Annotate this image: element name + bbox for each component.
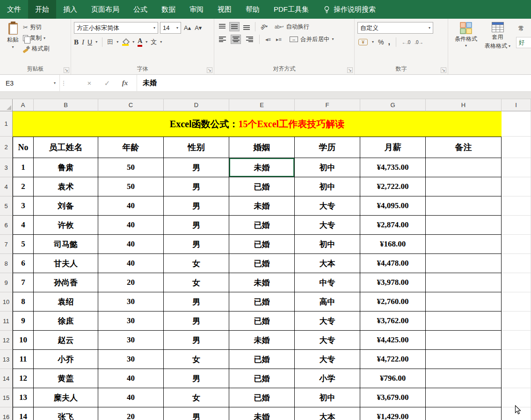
cell-E13[interactable]: 已婚 (229, 350, 295, 369)
phonetic-guide-button[interactable]: 文 (151, 38, 157, 46)
row-header-2[interactable]: 2 (0, 137, 13, 158)
cell-E8[interactable]: 已婚 (229, 254, 295, 273)
cell-C12[interactable]: 30 (98, 331, 164, 350)
cell-F11[interactable]: 大专 (295, 311, 360, 331)
cell-D11[interactable]: 男 (164, 311, 229, 331)
cell-B15[interactable]: 糜夫人 (34, 388, 98, 407)
clipboard-dialog-launcher[interactable]: ↘ (64, 67, 69, 73)
cell-A10[interactable]: 8 (13, 292, 34, 311)
cell-C8[interactable]: 40 (98, 254, 164, 273)
cell-E12[interactable]: 未婚 (229, 331, 295, 350)
cell-F10[interactable]: 高中 (295, 292, 360, 311)
cell-D6[interactable]: 男 (164, 216, 229, 235)
cell-F4[interactable]: 初中 (295, 177, 360, 196)
alignment-dialog-launcher[interactable]: ↘ (347, 67, 353, 73)
cell-H14[interactable] (426, 369, 502, 388)
cell-I15[interactable] (502, 388, 531, 407)
cell-C9[interactable]: 20 (98, 273, 164, 292)
cell-style-good[interactable]: 好 (516, 37, 531, 48)
cell-I14[interactable] (502, 369, 531, 388)
header-cell-C2[interactable]: 年龄 (98, 137, 164, 158)
cell-C10[interactable]: 30 (98, 292, 164, 311)
column-header-F[interactable]: F (295, 99, 360, 111)
column-header-I[interactable]: I (502, 99, 531, 111)
cell-H5[interactable] (426, 196, 502, 216)
cell-E6[interactable]: 已婚 (229, 216, 295, 235)
cell-E15[interactable]: 已婚 (229, 388, 295, 407)
percent-style-button[interactable]: % (378, 38, 384, 46)
cell-C4[interactable]: 50 (98, 177, 164, 196)
cell-G8[interactable]: ¥4,478.00 (360, 254, 426, 273)
row-header-14[interactable]: 14 (0, 369, 13, 388)
cell-G5[interactable]: ¥4,095.00 (360, 196, 426, 216)
font-name-combo[interactable]: 方正小标宋简体 ▾ (74, 22, 158, 34)
column-header-C[interactable]: C (98, 99, 164, 111)
cell-A12[interactable]: 10 (13, 331, 34, 350)
tab-文件[interactable]: 文件 (0, 0, 28, 19)
tab-插入[interactable]: 插入 (56, 0, 84, 19)
tab-PDF工具集[interactable]: PDF工具集 (267, 0, 316, 19)
row-header-6[interactable]: 6 (0, 216, 13, 235)
cell-style-normal[interactable]: 常 (516, 23, 531, 34)
column-header-G[interactable]: G (360, 99, 426, 111)
cell-F13[interactable]: 大专 (295, 350, 360, 369)
merge-center-button[interactable]: ↔ 合并后居中 ▾ (290, 36, 334, 43)
cell-I11[interactable] (502, 311, 531, 331)
align-middle-button[interactable] (229, 22, 240, 31)
cell-I9[interactable] (502, 273, 531, 292)
cell-E10[interactable]: 已婚 (229, 292, 295, 311)
tab-公式[interactable]: 公式 (126, 0, 154, 19)
decrease-font-size-button[interactable]: A▾ (194, 24, 203, 31)
cell-C11[interactable]: 30 (98, 311, 164, 331)
cell-A5[interactable]: 3 (13, 196, 34, 216)
cell-I4[interactable] (502, 177, 531, 196)
column-header-B[interactable]: B (34, 99, 98, 111)
cell-H8[interactable] (426, 254, 502, 273)
cell-F8[interactable]: 大本 (295, 254, 360, 273)
cut-button[interactable]: ✂ 剪切 (23, 23, 50, 31)
cell-E14[interactable]: 已婚 (229, 369, 295, 388)
row-header-9[interactable]: 9 (0, 273, 13, 292)
cell-D16[interactable]: 男 (164, 407, 229, 420)
wrap-text-button[interactable]: ab↩ 自动换行 (275, 23, 310, 31)
align-center-button[interactable] (231, 35, 241, 44)
cell-G6[interactable]: ¥2,874.00 (360, 216, 426, 235)
cell-A13[interactable]: 11 (13, 350, 34, 369)
cell-H9[interactable] (426, 273, 502, 292)
format-painter-button[interactable]: 格式刷 (23, 45, 50, 53)
paste-button[interactable]: 粘贴 ▾ (3, 22, 23, 65)
tab-视图[interactable]: 视图 (211, 0, 239, 19)
tab-数据[interactable]: 数据 (154, 0, 182, 19)
cell-I7[interactable] (502, 235, 531, 254)
header-cell-E2[interactable]: 婚姻 (229, 137, 295, 158)
cell-B8[interactable]: 甘夫人 (34, 254, 98, 273)
cell-B9[interactable]: 孙尚香 (34, 273, 98, 292)
cell-G16[interactable]: ¥1,429.00 (360, 407, 426, 420)
cell-D10[interactable]: 男 (164, 292, 229, 311)
row-header-15[interactable]: 15 (0, 388, 13, 407)
cell-F15[interactable]: 初中 (295, 388, 360, 407)
cell-I5[interactable] (502, 196, 531, 216)
cell-H7[interactable] (426, 235, 502, 254)
cell-I6[interactable] (502, 216, 531, 235)
cell-D12[interactable]: 男 (164, 331, 229, 350)
cell-G12[interactable]: ¥4,425.00 (360, 331, 426, 350)
cell-B3[interactable]: 鲁肃 (34, 158, 98, 177)
cell-B5[interactable]: 刘备 (34, 196, 98, 216)
cell-B14[interactable]: 黄盖 (34, 369, 98, 388)
cell-G11[interactable]: ¥3,762.00 (360, 311, 426, 331)
row-header-1[interactable]: 1 (0, 111, 13, 137)
cell-F3[interactable]: 初中 (295, 158, 360, 177)
cell-B10[interactable]: 袁绍 (34, 292, 98, 311)
align-right-button[interactable] (244, 35, 255, 44)
cell-D15[interactable]: 女 (164, 388, 229, 407)
cell-A8[interactable]: 6 (13, 254, 34, 273)
cell-H12[interactable] (426, 331, 502, 350)
cell-G13[interactable]: ¥4,722.00 (360, 350, 426, 369)
font-dialog-launcher[interactable]: ↘ (207, 67, 212, 73)
column-header-D[interactable]: D (164, 99, 229, 111)
accounting-format-button[interactable]: ¥ (358, 39, 368, 45)
cell-A1-title[interactable]: Excel函数公式：15个Excel工作表技巧解读 (13, 111, 502, 137)
cell-H11[interactable] (426, 311, 502, 331)
cell-E9[interactable]: 未婚 (229, 273, 295, 292)
